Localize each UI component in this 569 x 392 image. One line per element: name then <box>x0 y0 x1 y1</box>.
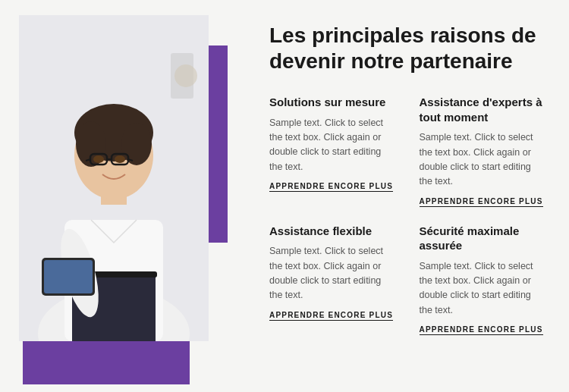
feature-title-assistance-experts: Assistance d'experts à tout moment <box>420 95 547 124</box>
page-container: Les principales raisons de devenir notre… <box>0 0 569 392</box>
feature-item-assistance-experts: Assistance d'experts à tout momentSample… <box>420 95 547 207</box>
photo-container <box>19 15 209 341</box>
svg-point-15 <box>93 155 104 163</box>
feature-link-assistance-flexible[interactable]: APPRENDRE ENCORE PLUS <box>269 311 393 321</box>
feature-title-securite: Sécurité maximale assurée <box>420 224 547 253</box>
svg-point-9 <box>121 123 152 165</box>
person-photo <box>19 15 209 341</box>
svg-point-22 <box>174 64 197 87</box>
feature-text-securite: Sample text. Click to select the text bo… <box>420 259 547 318</box>
feature-item-assistance-flexible: Assistance flexibleSample text. Click to… <box>269 224 397 336</box>
right-panel: Les principales raisons de devenir notre… <box>243 0 569 392</box>
feature-text-solutions: Sample text. Click to select the text bo… <box>269 116 397 175</box>
feature-text-assistance-flexible: Sample text. Click to select the text bo… <box>269 244 397 303</box>
feature-link-securite[interactable]: APPRENDRE ENCORE PLUS <box>420 325 543 335</box>
feature-link-solutions[interactable]: APPRENDRE ENCORE PLUS <box>269 182 393 192</box>
main-title: Les principales raisons de devenir notre… <box>269 23 546 74</box>
feature-link-assistance-experts[interactable]: APPRENDRE ENCORE PLUS <box>420 197 543 207</box>
feature-title-assistance-flexible: Assistance flexible <box>269 224 397 239</box>
left-panel <box>0 0 243 392</box>
feature-item-securite: Sécurité maximale assuréeSample text. Cl… <box>420 224 547 336</box>
svg-rect-20 <box>44 260 93 293</box>
feature-title-solutions: Solutions sur mesure <box>269 95 397 110</box>
features-grid: Solutions sur mesureSample text. Click t… <box>269 95 546 335</box>
svg-point-16 <box>115 155 125 163</box>
feature-item-solutions: Solutions sur mesureSample text. Click t… <box>269 95 397 207</box>
feature-text-assistance-experts: Sample text. Click to select the text bo… <box>420 130 547 190</box>
